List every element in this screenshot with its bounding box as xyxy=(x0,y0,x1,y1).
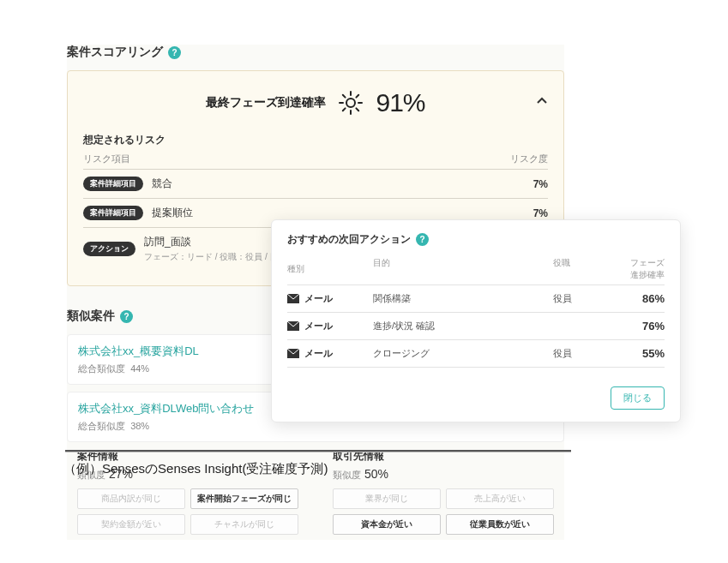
popup-col-purpose: 目的 xyxy=(373,257,553,281)
popup-row[interactable]: メール 関係構築 役員 86% xyxy=(287,285,665,313)
popup-row-role: 役員 xyxy=(553,292,613,305)
help-icon[interactable]: ? xyxy=(120,310,133,323)
svg-line-7 xyxy=(343,108,346,111)
scoring-title: 案件スコアリング xyxy=(67,45,163,60)
popup-row-type: メール xyxy=(304,320,333,332)
recommended-action-popup: おすすめの次回アクション ? 種別 目的 役職 フェーズ 進捗確率 メール 関係… xyxy=(271,219,681,422)
action-pill: アクション xyxy=(83,242,135,256)
risk-row: 案件詳細項目 競合 7% xyxy=(83,170,548,199)
probability-label: 最終フェーズ到達確率 xyxy=(206,95,326,111)
popup-row-type: メール xyxy=(304,347,333,360)
popup-col-type: 種別 xyxy=(287,257,373,281)
popup-title: おすすめの次回アクション xyxy=(287,232,411,247)
probability-value: 91% xyxy=(376,88,424,117)
risk-heading: 想定されるリスク xyxy=(83,133,548,147)
popup-row[interactable]: メール 進捗/状況 確認 76% xyxy=(287,313,665,340)
popup-header: おすすめの次回アクション ? xyxy=(287,232,665,247)
risk-pill: 案件詳細項目 xyxy=(83,177,143,191)
caption-divider xyxy=(65,450,571,452)
popup-row[interactable]: メール クロージング 役員 55% xyxy=(287,340,665,368)
popup-row-purpose: 進捗/状況 確認 xyxy=(373,320,553,332)
client-tag: 資本金が近い xyxy=(333,514,441,535)
case-tag: 商品内訳が同じ xyxy=(77,488,185,509)
popup-table-header: 種別 目的 役職 フェーズ 進捗確率 xyxy=(287,257,665,285)
popup-row-rate: 55% xyxy=(613,347,665,360)
client-tag: 従業員数が近い xyxy=(446,514,554,535)
chevron-up-icon[interactable] xyxy=(536,95,548,111)
risk-table-header: リスク項目 リスク度 xyxy=(83,153,548,170)
mail-icon xyxy=(287,349,299,358)
client-info-sim: 類似度50% xyxy=(333,467,554,482)
risk-value: 7% xyxy=(533,207,548,219)
client-info-col: 取引先情報 類似度50% 業界が同じ 売上高が近い 資本金が近い 従業員数が近い xyxy=(333,449,554,540)
risk-name: 提案順位 xyxy=(152,206,525,220)
mail-icon xyxy=(287,321,299,331)
scoring-section-header: 案件スコアリング ? xyxy=(67,45,564,60)
svg-line-8 xyxy=(357,95,359,98)
popup-col-role: 役職 xyxy=(553,257,613,281)
svg-line-6 xyxy=(357,108,359,111)
popup-row-purpose: クロージング xyxy=(373,347,553,360)
case-tag: 案件開始フェーズが同じ xyxy=(190,488,298,509)
risk-col-item: リスク項目 xyxy=(83,153,130,165)
client-tag: 売上高が近い xyxy=(446,488,554,509)
risk-value: 7% xyxy=(533,178,548,190)
case-tag: 契約金額が近い xyxy=(77,514,185,535)
popup-row-type: メール xyxy=(304,292,333,305)
popup-row-role: 役員 xyxy=(553,347,613,360)
case-tag: チャネルが同じ xyxy=(190,514,298,535)
help-icon[interactable]: ? xyxy=(416,233,429,246)
svg-line-5 xyxy=(343,95,346,98)
risk-col-degree: リスク度 xyxy=(510,153,548,165)
popup-row-rate: 76% xyxy=(613,320,665,332)
popup-col-rate: フェーズ 進捗確率 xyxy=(613,257,665,281)
risk-pill: 案件詳細項目 xyxy=(83,206,143,220)
close-button[interactable]: 閉じる xyxy=(611,386,665,410)
similar-title: 類似案件 xyxy=(67,308,115,324)
probability-row: 最終フェーズ到達確率 91% xyxy=(83,88,548,117)
caption-text: （例）SensesのSenses Insight(受注確度予測) xyxy=(63,461,328,477)
risk-name: 競合 xyxy=(152,177,525,191)
svg-point-0 xyxy=(346,99,355,107)
popup-row-purpose: 関係構築 xyxy=(373,292,553,305)
help-icon[interactable]: ? xyxy=(168,46,181,59)
client-tag: 業界が同じ xyxy=(333,488,441,509)
popup-row-rate: 86% xyxy=(613,292,665,305)
sun-icon xyxy=(338,90,364,116)
popup-footer: 閉じる xyxy=(287,386,665,410)
mail-icon xyxy=(287,294,299,303)
